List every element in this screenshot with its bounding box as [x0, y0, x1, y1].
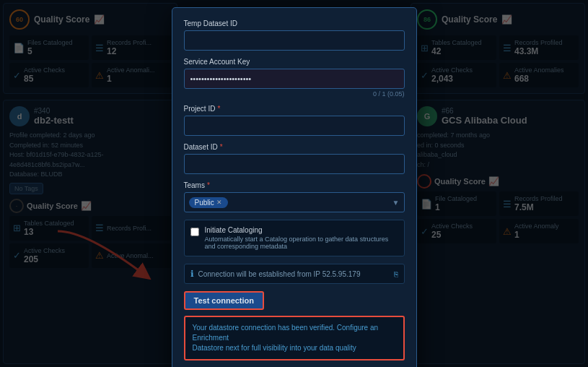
project-id-label: Project ID — [184, 105, 216, 113]
dataset-id-required: * — [220, 143, 223, 151]
service-account-key-hint: 0 / 1 (0.05) — [184, 90, 405, 98]
team-tag-public: Public ✕ — [189, 197, 228, 208]
copy-icon[interactable]: ⎘ — [394, 270, 398, 278]
initiate-cataloging-row: Initiate Cataloging Automatically start … — [184, 220, 405, 256]
dataset-id-group: Dataset ID * — [184, 143, 405, 174]
dataset-id-label: Dataset ID — [184, 143, 218, 151]
teams-input-container[interactable]: Public ✕ ▼ — [184, 192, 405, 212]
teams-group: Teams * Public ✕ ▼ — [184, 181, 405, 212]
service-account-key-input[interactable] — [184, 69, 405, 89]
connection-info-bar: ℹ Connection will be established from IP… — [184, 264, 405, 284]
dataset-id-input[interactable] — [184, 154, 405, 174]
modal-overlay: Temp Dataset ID Service Account Key 0 / … — [0, 0, 588, 367]
temp-dataset-id-input[interactable] — [184, 30, 405, 51]
connection-info-text: Connection will be established from IP 5… — [198, 270, 361, 278]
teams-dropdown-icon[interactable]: ▼ — [392, 199, 400, 207]
initiate-cataloging-sublabel: Automatically start a Catalog operation … — [205, 236, 398, 250]
teams-label: Teams — [184, 181, 205, 189]
team-tag-remove[interactable]: ✕ — [216, 199, 222, 206]
success-bar: Your datastore connection has been verif… — [184, 316, 405, 360]
team-tag-label: Public — [195, 199, 214, 207]
teams-required: * — [207, 181, 210, 189]
project-id-required: * — [217, 105, 220, 113]
success-message-line2: Datastore next for full visibility into … — [193, 344, 356, 352]
project-id-group: Project ID * — [184, 105, 405, 136]
project-id-input[interactable] — [184, 116, 405, 136]
temp-dataset-id-label: Temp Dataset ID — [184, 20, 237, 27]
initiate-cataloging-checkbox[interactable] — [190, 228, 199, 236]
service-account-key-group: Service Account Key 0 / 1 (0.05) — [184, 58, 405, 98]
info-icon: ℹ — [190, 269, 194, 279]
temp-dataset-id-group: Temp Dataset ID — [184, 20, 405, 51]
success-message-line1: Your datastore connection has been verif… — [193, 324, 379, 342]
modal-dialog: Temp Dataset ID Service Account Key 0 / … — [172, 7, 417, 367]
test-connection-button[interactable]: Test connection — [184, 291, 265, 310]
service-account-key-label: Service Account Key — [184, 58, 250, 66]
initiate-cataloging-label: Initiate Cataloging — [205, 226, 398, 234]
